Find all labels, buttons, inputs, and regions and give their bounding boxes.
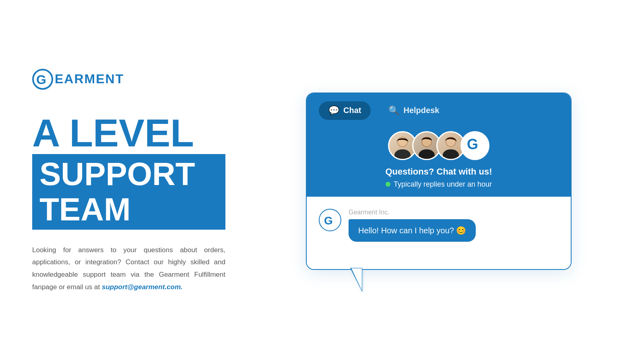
svg-text:G: G [467, 136, 478, 152]
right-panel: 💬 Chat 🔍 Helpdesk [250, 76, 644, 286]
chat-tab-icon: 💬 [328, 105, 339, 116]
logo-text: EARMENT [55, 72, 124, 86]
helpdesk-tab-icon: 🔍 [388, 105, 399, 116]
svg-text:G: G [324, 214, 333, 227]
svg-text:G: G [36, 72, 46, 87]
email-link[interactable]: support@gearment.com. [102, 283, 183, 291]
status-text: Typically replies under an hour [394, 180, 492, 189]
status-indicator [386, 182, 390, 187]
headline-a-level: A LEVEL [32, 114, 225, 152]
headline-block: A LEVEL SUPPORT TEAM [32, 114, 225, 244]
tab-helpdesk-label: Helpdesk [403, 106, 439, 115]
chat-body: G Gearment Inc. Hello! How can I help yo… [307, 197, 571, 269]
left-panel: G EARMENT A LEVEL SUPPORT TEAM Chat Look… [0, 45, 250, 317]
message-row: G Gearment Inc. Hello! How can I help yo… [319, 209, 559, 242]
chat-header: 💬 Chat 🔍 Helpdesk [307, 93, 571, 197]
chat-status: Typically replies under an hour [319, 180, 559, 189]
svg-point-5 [419, 149, 435, 159]
agent-avatars: G [319, 131, 559, 160]
headline-support-team: SUPPORT TEAM [39, 156, 218, 227]
agent-avatar-g: G [460, 131, 489, 160]
logo: G EARMENT [32, 69, 225, 90]
chat-bubble: 💬 Chat 🔍 Helpdesk [306, 93, 572, 270]
sender-name: Gearment Inc. [349, 209, 559, 216]
svg-point-2 [394, 149, 411, 159]
logo-icon: G [32, 69, 53, 90]
svg-point-8 [443, 149, 459, 159]
message-bubble: Hello! How can I help you? 😊 [349, 219, 476, 242]
tab-chat-label: Chat [343, 106, 361, 115]
tab-helpdesk[interactable]: 🔍 Helpdesk [379, 101, 449, 120]
chat-tabs: 💬 Chat 🔍 Helpdesk [319, 101, 559, 120]
tab-chat[interactable]: 💬 Chat [319, 101, 371, 120]
bot-avatar: G [319, 209, 341, 231]
chat-title: Questions? Chat with us! [319, 167, 559, 177]
speech-bubble-tail-inner [351, 268, 362, 290]
avatar-g-letter: G [466, 135, 484, 156]
message-content: Gearment Inc. Hello! How can I help you?… [349, 209, 559, 242]
chat-widget-wrapper: 💬 Chat 🔍 Helpdesk [306, 93, 572, 270]
description-text: Chat Looking for answers to your questio… [32, 244, 225, 293]
message-text: Hello! How can I help you? 😊 [358, 226, 466, 235]
